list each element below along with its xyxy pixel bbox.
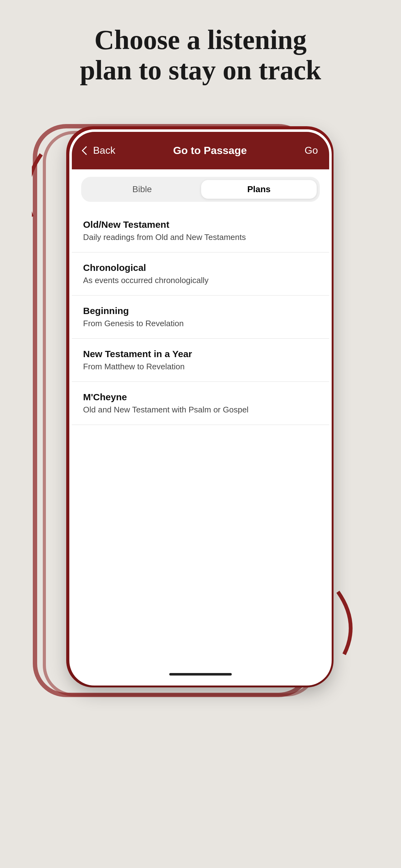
tab-bar: Bible Plans <box>81 177 320 202</box>
plan-desc-2: From Genesis to Revelation <box>83 319 318 329</box>
plan-item-1[interactable]: ChronologicalAs events occurred chronolo… <box>72 252 329 296</box>
plan-name-0: Old/New Testament <box>83 219 318 230</box>
tab-bible[interactable]: Bible <box>84 180 200 199</box>
phone-frame: Back Go to Passage Go Bible Plans Old/Ne… <box>69 129 332 685</box>
plan-item-0[interactable]: Old/New TestamentDaily readings from Old… <box>72 209 329 252</box>
tab-plans[interactable]: Plans <box>201 180 317 199</box>
phone-mockup: Back Go to Passage Go Bible Plans Old/Ne… <box>51 111 350 704</box>
chevron-left-icon <box>82 146 91 155</box>
back-button[interactable]: Back <box>83 145 115 156</box>
plan-item-3[interactable]: New Testament in a YearFrom Matthew to R… <box>72 339 329 382</box>
page-title: Choose a listening plan to stay on track <box>55 0 346 104</box>
plan-desc-0: Daily readings from Old and New Testamen… <box>83 232 318 242</box>
header-title: Go to Passage <box>173 144 247 157</box>
plan-item-2[interactable]: BeginningFrom Genesis to Revelation <box>72 296 329 339</box>
home-bar <box>169 673 232 676</box>
app-header: Back Go to Passage Go <box>72 132 329 169</box>
plan-name-4: M'Cheyne <box>83 392 318 402</box>
plan-name-2: Beginning <box>83 306 318 316</box>
back-label: Back <box>93 145 115 156</box>
plan-item-4[interactable]: M'CheyneOld and New Testament with Psalm… <box>72 382 329 425</box>
plan-desc-3: From Matthew to Revelation <box>83 362 318 372</box>
go-button[interactable]: Go <box>304 145 318 156</box>
plan-name-3: New Testament in a Year <box>83 349 318 359</box>
plan-desc-4: Old and New Testament with Psalm or Gosp… <box>83 405 318 415</box>
plan-desc-1: As events occurred chronologically <box>83 276 318 285</box>
plan-name-1: Chronological <box>83 262 318 273</box>
plans-list: Old/New TestamentDaily readings from Old… <box>72 209 329 683</box>
